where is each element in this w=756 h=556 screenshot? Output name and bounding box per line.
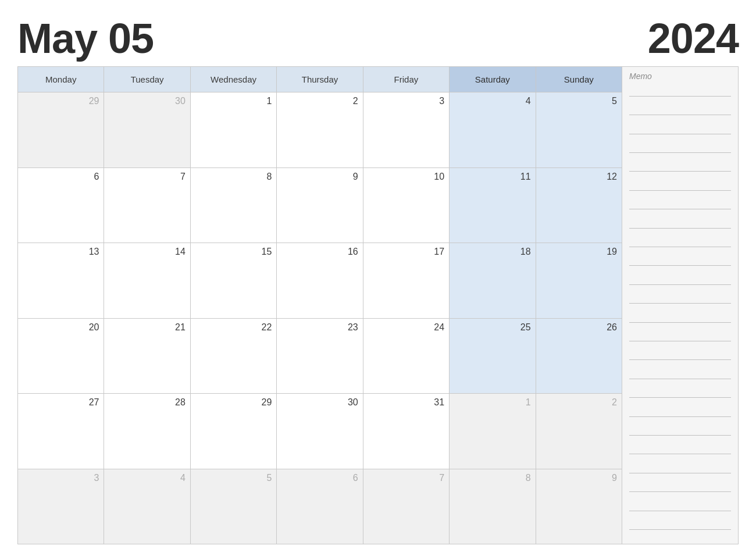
memo-line <box>629 134 731 134</box>
day-header-thursday: Thursday <box>277 67 363 92</box>
day-number: 7 <box>439 473 444 483</box>
memo-line <box>629 511 731 511</box>
day-number: 4 <box>180 473 186 483</box>
day-number: 8 <box>526 473 531 483</box>
memo-line <box>629 265 731 266</box>
day-header-saturday: Saturday <box>450 67 536 92</box>
day-cell[interactable]: 19 <box>536 243 622 319</box>
memo-title: Memo <box>629 72 731 81</box>
day-cell[interactable]: 5 <box>536 92 622 168</box>
calendar-page: May 05 2024 MondayTuesdayWednesdayThursd… <box>0 0 756 556</box>
day-number: 2 <box>353 96 358 106</box>
day-number: 29 <box>89 96 99 106</box>
day-number: 20 <box>89 322 99 333</box>
day-cell[interactable]: 10 <box>363 168 450 244</box>
day-number: 1 <box>266 96 272 106</box>
memo-lines <box>629 87 731 539</box>
day-cell[interactable]: 13 <box>18 243 104 319</box>
day-number: 16 <box>348 247 358 257</box>
day-cell[interactable]: 30 <box>277 394 363 469</box>
day-number: 29 <box>261 397 272 408</box>
day-cell[interactable]: 17 <box>363 243 450 319</box>
day-cell[interactable]: 1 <box>450 394 536 469</box>
day-cell[interactable]: 4 <box>104 469 190 545</box>
day-cell[interactable]: 27 <box>18 394 104 469</box>
memo-line <box>629 454 731 454</box>
memo-line <box>629 284 731 285</box>
day-cell[interactable]: 18 <box>450 243 536 319</box>
day-number: 22 <box>261 322 272 333</box>
day-cell[interactable]: 6 <box>277 469 363 545</box>
day-number: 8 <box>266 172 272 182</box>
day-cell[interactable]: 14 <box>104 243 190 319</box>
memo-line <box>629 303 731 304</box>
day-cell[interactable]: 26 <box>536 319 622 394</box>
memo-line <box>629 171 731 172</box>
day-header-sunday: Sunday <box>536 67 622 92</box>
day-number: 15 <box>261 247 272 257</box>
day-number: 21 <box>175 322 186 333</box>
day-number: 13 <box>89 247 99 257</box>
day-header-tuesday: Tuesday <box>104 67 190 92</box>
day-cell[interactable]: 22 <box>191 319 277 394</box>
day-cell[interactable]: 29 <box>18 92 104 168</box>
day-cell[interactable]: 2 <box>277 92 363 168</box>
day-cell[interactable]: 4 <box>450 92 536 168</box>
day-cell[interactable]: 29 <box>191 394 277 469</box>
day-cell[interactable]: 16 <box>277 243 363 319</box>
day-cell[interactable]: 7 <box>104 168 190 244</box>
day-cell[interactable]: 8 <box>191 168 277 244</box>
day-cell[interactable]: 28 <box>104 394 190 469</box>
memo-line <box>629 228 731 229</box>
day-cell[interactable]: 15 <box>191 243 277 319</box>
day-header-friday: Friday <box>363 67 450 92</box>
day-number: 4 <box>526 96 531 106</box>
day-cell[interactable]: 24 <box>363 319 450 394</box>
day-cell[interactable]: 9 <box>277 168 363 244</box>
day-cell[interactable]: 2 <box>536 394 622 469</box>
day-cell[interactable]: 23 <box>277 319 363 394</box>
memo-line <box>629 491 731 492</box>
day-cell[interactable]: 6 <box>18 168 104 244</box>
day-cell[interactable]: 1 <box>191 92 277 168</box>
memo-line <box>629 473 731 473</box>
day-cell[interactable]: 21 <box>104 319 190 394</box>
day-cell[interactable]: 31 <box>363 394 450 469</box>
day-number: 9 <box>612 473 617 483</box>
day-cell[interactable]: 3 <box>363 92 450 168</box>
day-cell[interactable]: 8 <box>450 469 536 545</box>
day-number: 5 <box>612 96 617 106</box>
day-cell[interactable]: 30 <box>104 92 190 168</box>
day-number: 2 <box>612 397 617 408</box>
day-number: 30 <box>348 397 358 408</box>
day-header-wednesday: Wednesday <box>191 67 277 92</box>
day-number: 3 <box>94 473 99 483</box>
day-cell[interactable]: 7 <box>363 469 450 545</box>
day-cell[interactable]: 5 <box>191 469 277 545</box>
day-cell[interactable]: 25 <box>450 319 536 394</box>
memo-line <box>629 379 731 379</box>
month-title: May 05 <box>17 17 154 59</box>
memo-section: Memo <box>622 66 739 544</box>
memo-line <box>629 190 731 191</box>
day-number: 3 <box>439 96 444 106</box>
day-number: 27 <box>89 397 99 408</box>
day-number: 14 <box>175 247 186 257</box>
day-cell[interactable]: 12 <box>536 168 622 244</box>
memo-line <box>629 529 731 530</box>
day-cell[interactable]: 20 <box>18 319 104 394</box>
day-number: 12 <box>607 172 617 182</box>
day-number: 6 <box>94 172 99 182</box>
day-cell[interactable]: 3 <box>18 469 104 545</box>
day-header-monday: Monday <box>18 67 104 92</box>
day-number: 28 <box>175 397 186 408</box>
calendar-area: MondayTuesdayWednesdayThursdayFridaySatu… <box>17 66 739 544</box>
memo-line <box>629 247 731 247</box>
memo-line <box>629 397 731 398</box>
year-title: 2024 <box>648 17 739 59</box>
calendar-grid: MondayTuesdayWednesdayThursdayFridaySatu… <box>17 66 622 544</box>
day-cell[interactable]: 11 <box>450 168 536 244</box>
day-number: 25 <box>520 322 531 333</box>
day-number: 26 <box>607 322 617 333</box>
day-cell[interactable]: 9 <box>536 469 622 545</box>
